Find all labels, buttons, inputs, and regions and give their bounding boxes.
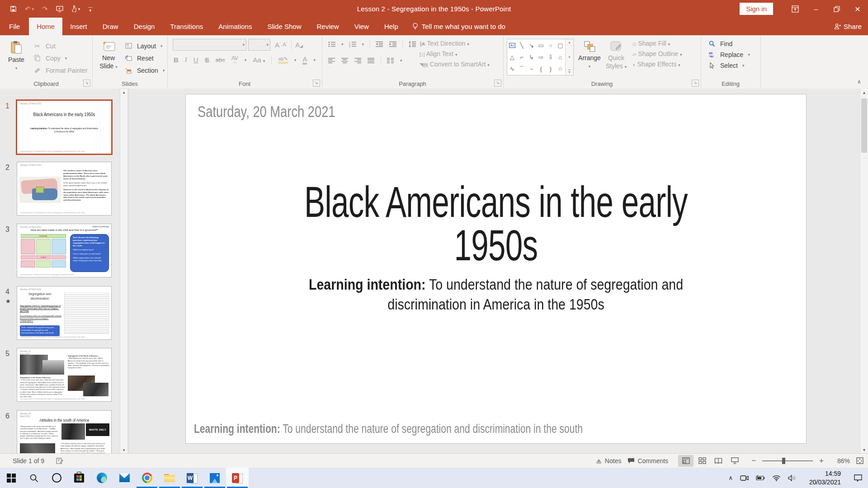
powerpoint-icon[interactable]: P: [226, 468, 249, 488]
reading-view-button[interactable]: [711, 455, 726, 467]
thumbnail-row-3[interactable]: 3 Saturday, 20 March 2021 subject knowle…: [0, 224, 128, 280]
numbering-button[interactable]: 123: [349, 41, 357, 47]
text-direction-button[interactable]: ∥A Text Direction ▾: [420, 40, 490, 47]
arrow-shape-icon[interactable]: ↘: [529, 42, 534, 49]
tab-review[interactable]: Review: [309, 18, 346, 35]
thumbnail-row-2[interactable]: 2 Saturday, 20 March 2021 The northern s…: [0, 162, 128, 218]
normal-view-button[interactable]: [678, 455, 693, 467]
thumbnail-slide-5[interactable]: Saturday, 20 March 2021 Segregation in t…: [17, 348, 112, 402]
tab-transitions[interactable]: Transitions: [162, 18, 211, 35]
canvas-scroll-up-icon[interactable]: ▴: [863, 90, 865, 95]
right-brace-shape-icon[interactable]: }: [550, 66, 552, 72]
strikethrough-button[interactable]: abc: [216, 56, 225, 63]
curve-shape-icon[interactable]: ~: [530, 66, 533, 72]
elbow-shape-icon[interactable]: ⌐: [520, 54, 524, 61]
star-shape-icon[interactable]: ☆: [558, 66, 563, 72]
zoom-out-button[interactable]: −: [751, 456, 756, 465]
align-center-button[interactable]: [341, 58, 349, 64]
slide-learning-intention[interactable]: Learning intention: To understand the na…: [296, 274, 696, 314]
slide-editing-surface[interactable]: Saturday, 20 March 2021 Black Americans …: [185, 94, 807, 444]
slide-footer-text[interactable]: Learning intention: To understand the na…: [194, 422, 693, 436]
customize-qat-icon[interactable]: —▾: [88, 6, 92, 11]
slide-sorter-view-button[interactable]: [694, 455, 710, 467]
tab-file[interactable]: File: [0, 18, 29, 35]
taskbar-search-icon[interactable]: [23, 468, 45, 488]
thumbnail-slide-2[interactable]: Saturday, 20 March 2021 The northern sta…: [17, 162, 112, 216]
photos-icon[interactable]: [203, 468, 226, 488]
find-button[interactable]: Find: [708, 40, 750, 47]
oval-shape-icon[interactable]: ○: [549, 42, 552, 49]
change-case-button[interactable]: Aa ▾: [253, 56, 265, 64]
highlight-color-button[interactable]: ab✎: [278, 56, 288, 64]
start-button[interactable]: [0, 468, 23, 488]
slideshow-view-button[interactable]: [727, 455, 742, 467]
textbox-shape-icon[interactable]: A: [509, 43, 515, 48]
align-right-button[interactable]: [354, 58, 362, 64]
bullets-button[interactable]: [328, 41, 336, 47]
tab-design[interactable]: Design: [126, 18, 163, 35]
zoom-in-button[interactable]: +: [819, 456, 824, 465]
spell-check-icon[interactable]: [56, 457, 64, 465]
rounded-rect-shape-icon[interactable]: ▢: [557, 42, 563, 49]
word-icon[interactable]: W: [181, 468, 203, 488]
tab-help[interactable]: Help: [377, 18, 406, 35]
zoom-slider[interactable]: [762, 460, 813, 461]
meet-now-icon[interactable]: [740, 475, 749, 481]
collapse-ribbon-icon[interactable]: ∧: [857, 79, 861, 85]
italic-button[interactable]: I: [185, 56, 187, 64]
left-brace-shape-icon[interactable]: {: [540, 66, 542, 72]
thumbnail-row-6[interactable]: 6 Saturday, 20 March 2021 Attitudes in t…: [0, 410, 128, 454]
section-button[interactable]: Section▾: [125, 64, 165, 76]
ribbon-display-options-icon[interactable]: [785, 0, 806, 18]
justify-button[interactable]: [368, 58, 375, 64]
thumbnail-row-5[interactable]: 5 Saturday, 20 March 2021 Segregation in…: [0, 348, 128, 404]
clear-formatting-button[interactable]: A◢: [295, 41, 303, 49]
tab-home[interactable]: Home: [29, 18, 62, 35]
slide-counter[interactable]: Slide 1 of 9: [13, 457, 44, 465]
volume-icon[interactable]: [788, 475, 797, 481]
chrome-icon[interactable]: [136, 468, 158, 488]
thumbnail-row-1[interactable]: 1 Saturday, 20 March 2021 Black American…: [0, 100, 128, 157]
thumbnail-slide-6[interactable]: Saturday, 20 March 2021 Attitudes in the…: [17, 410, 112, 454]
thumbnail-slide-4[interactable]: Saturday, 20 March 2021 Segregation and …: [17, 286, 112, 340]
font-name-combo[interactable]: ▾: [173, 39, 246, 51]
thumbnail-slide-1[interactable]: Saturday, 20 March 2021 Black Americans …: [16, 99, 113, 155]
thumbnail-slide-3[interactable]: Saturday, 20 March 2021 subject knowledg…: [17, 224, 112, 277]
grow-font-button[interactable]: Aˆ: [275, 41, 281, 49]
increase-indent-button[interactable]: [389, 41, 397, 47]
share-button[interactable]: Share: [834, 18, 862, 35]
shape-fill-button[interactable]: ◇ Shape Fill ▾: [632, 40, 682, 47]
undo-icon[interactable]: ↶▾: [25, 5, 34, 13]
triangle-shape-icon[interactable]: △: [510, 54, 514, 61]
tab-draw[interactable]: Draw: [95, 18, 126, 35]
arrange-button[interactable]: Arrange ▾: [576, 37, 603, 84]
cut-button[interactable]: ✂ Cut: [33, 40, 88, 52]
font-size-combo[interactable]: ▾: [248, 39, 270, 51]
freeform-shape-icon[interactable]: ⌂: [558, 54, 562, 61]
shapes-scroll-up-icon[interactable]: ▴: [568, 40, 570, 44]
line-spacing-button[interactable]: [408, 41, 416, 47]
mail-icon[interactable]: [113, 468, 136, 488]
restore-button[interactable]: [826, 0, 847, 18]
close-button[interactable]: ×: [847, 0, 868, 18]
clipboard-dialog-launcher[interactable]: ↘: [83, 80, 90, 87]
microsoft-store-icon[interactable]: [68, 468, 90, 488]
start-slideshow-icon[interactable]: [56, 6, 63, 12]
underline-button[interactable]: U: [193, 56, 198, 64]
save-icon[interactable]: [10, 5, 17, 12]
align-text-button[interactable]: [↕] Align Text ▾: [420, 50, 490, 57]
zoom-slider-handle[interactable]: [782, 458, 785, 464]
columns-button[interactable]: [387, 58, 394, 64]
sign-in-button[interactable]: Sign in: [740, 3, 773, 15]
touch-mouse-mode-icon[interactable]: ▾: [71, 5, 80, 12]
shadow-button[interactable]: S: [205, 56, 209, 64]
shapes-more-icon[interactable]: ▾: [568, 70, 570, 74]
copy-button[interactable]: Copy ▾: [33, 52, 88, 64]
taskbar-clock[interactable]: 14:59 20/03/2021: [809, 469, 841, 486]
font-color-button[interactable]: A: [302, 55, 307, 65]
action-center-icon[interactable]: [854, 474, 863, 482]
comments-button[interactable]: Comments: [627, 457, 668, 465]
character-spacing-button[interactable]: AV↔: [231, 56, 238, 64]
battery-icon[interactable]: [756, 475, 765, 481]
tray-chevron-up-icon[interactable]: ∧: [728, 474, 733, 481]
